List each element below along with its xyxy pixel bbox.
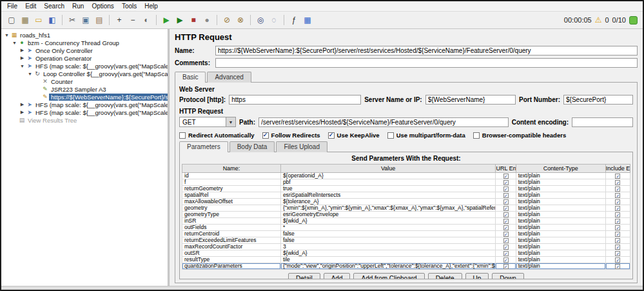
url-encode-cell[interactable]: ✓ xyxy=(496,186,516,192)
tree-item-hfs-map-scale-b[interactable]: ▶➤HFS (map scale: ${__groovy(vars.get("M… xyxy=(1,101,168,108)
param-value-cell[interactable]: true xyxy=(280,186,496,192)
warning-icon[interactable]: ⚠ xyxy=(595,15,602,25)
path-input[interactable] xyxy=(259,117,509,127)
param-value-cell[interactable]: {"xmin":${xmin_A},"ymin":${ymin_A},"xmax… xyxy=(280,205,496,212)
content-type-cell[interactable]: text/plain xyxy=(516,244,605,250)
tree-item-hfs-map-scale-c[interactable]: ▶➤HFS (map scale: ${__groovy(vars.get("M… xyxy=(1,108,168,116)
url-encode-cell[interactable]: ✓ xyxy=(496,263,516,270)
button-add[interactable]: Add xyxy=(324,273,351,279)
param-value-cell[interactable]: esriGeometryEnvelope xyxy=(280,212,496,218)
tree-item-concurrency-thread-group[interactable]: ▼●bzm - Concurrency Thread Group xyxy=(1,39,168,46)
param-row-outfields[interactable]: outFields*✓text/plain✓ xyxy=(182,225,630,231)
include-equals-cell[interactable]: ✓ xyxy=(605,225,630,231)
menu-help[interactable]: Help xyxy=(141,2,162,10)
content-type-cell[interactable]: text/plain xyxy=(516,257,605,263)
content-type-cell[interactable]: text/plain xyxy=(516,225,605,231)
start-icon[interactable]: ▶ xyxy=(160,14,173,26)
content-type-cell[interactable]: text/plain xyxy=(516,237,605,244)
expand-expander-icon[interactable]: ▶ xyxy=(19,48,26,53)
include-equals-cell[interactable]: ✓ xyxy=(605,205,630,212)
collapse-expander-icon[interactable]: ▼ xyxy=(3,33,10,37)
content-type-cell[interactable]: text/plain xyxy=(516,218,605,225)
param-name-cell[interactable]: returnExceededLimitFeatures xyxy=(182,237,281,244)
include-equals-cell[interactable]: ✓ xyxy=(605,263,630,270)
include-equals-cell[interactable]: ✓ xyxy=(605,173,630,179)
checkbox-browser-compatible-headers[interactable]: Browser-compatible headers xyxy=(473,132,566,139)
include-equals-cell[interactable]: ✓ xyxy=(605,218,630,225)
param-value-cell[interactable]: pbf xyxy=(280,179,496,186)
param-name-cell[interactable]: f xyxy=(182,179,281,186)
param-row-outsr[interactable]: outSR${wkid_A}✓text/plain✓ xyxy=(182,250,630,257)
param-row-spatialrel[interactable]: spatialRelesriSpatialRelIntersects✓text/… xyxy=(182,192,630,199)
button-delete[interactable]: Delete xyxy=(428,273,462,279)
clear-icon[interactable]: ⊘ xyxy=(220,14,233,26)
tab-body-data[interactable]: Body Data xyxy=(229,141,275,152)
param-name-cell[interactable]: quantizationParameters xyxy=(182,263,281,270)
param-name-cell[interactable]: spatialRel xyxy=(182,192,281,199)
button-down[interactable]: Down xyxy=(492,273,524,279)
url-encode-cell[interactable]: ✓ xyxy=(496,192,516,199)
save-icon[interactable]: ◧ xyxy=(46,14,59,26)
checkbox-redirect-automatically[interactable]: Redirect Automatically xyxy=(179,132,255,139)
content-type-cell[interactable]: text/plain xyxy=(516,212,605,218)
url-encode-cell[interactable]: ✓ xyxy=(496,225,516,231)
include-equals-cell[interactable]: ✓ xyxy=(605,257,630,263)
param-row-insr[interactable]: inSR${wkid_A}✓text/plain✓ xyxy=(182,218,630,225)
param-value-cell[interactable]: ${tolerance_A} xyxy=(280,199,496,205)
menu-options[interactable]: Options xyxy=(88,2,117,10)
shutdown-icon[interactable]: ● xyxy=(200,14,213,26)
cut-icon[interactable]: ✂ xyxy=(66,14,79,26)
param-value-cell[interactable]: false xyxy=(280,231,496,237)
param-row-maxrecordcountfactor[interactable]: maxRecordCountFactor3✓text/plain✓ xyxy=(182,244,630,250)
tree-item-hfs-map-scale-a[interactable]: ▼➤HFS (map scale: ${__groovy(vars.get("M… xyxy=(1,62,168,70)
param-value-cell[interactable]: false xyxy=(280,237,496,244)
checkbox-use-multipart-form-data[interactable]: Use multipart/form-data xyxy=(387,132,465,139)
url-encode-cell[interactable]: ✓ xyxy=(496,205,516,212)
include-equals-cell[interactable]: ✓ xyxy=(605,237,630,244)
method-select[interactable]: GET ▼ xyxy=(179,117,236,127)
tree-item-operation-generator[interactable]: ▶➤Operation Generator xyxy=(1,54,168,62)
tree-item-view-results-tree[interactable]: ▤View Results Tree xyxy=(1,116,168,124)
content-type-cell[interactable]: text/plain xyxy=(516,186,605,192)
content-type-cell[interactable]: text/plain xyxy=(516,173,605,179)
param-name-cell[interactable]: returnCentroid xyxy=(182,231,281,237)
tab-files-upload[interactable]: Files Upload xyxy=(276,141,327,152)
checkbox-use-keepalive[interactable]: ✓Use KeepAlive xyxy=(328,132,380,139)
param-row-f[interactable]: fpbf✓text/plain✓ xyxy=(182,179,630,186)
content-type-cell[interactable]: text/plain xyxy=(516,250,605,257)
expand-expander-icon[interactable]: ▶ xyxy=(19,55,26,61)
param-row-returnexceededlimitfeatures[interactable]: returnExceededLimitFeaturesfalse✓text/pl… xyxy=(182,237,630,244)
open-file-icon[interactable]: ▭ xyxy=(32,14,45,26)
param-row-returncentroid[interactable]: returnCentroidfalse✓text/plain✓ xyxy=(182,231,630,237)
tab-basic[interactable]: Basic xyxy=(175,72,206,83)
copy-icon[interactable]: ▣ xyxy=(79,14,92,26)
tab-advanced[interactable]: Advanced xyxy=(207,72,251,83)
expand-expander-icon[interactable]: ▶ xyxy=(19,110,26,115)
param-value-cell[interactable]: esriSpatialRelIntersects xyxy=(280,192,496,199)
comments-input[interactable] xyxy=(215,58,638,68)
tree-item-test-plan[interactable]: ▼▦roads_hfs1 xyxy=(1,31,168,39)
param-name-cell[interactable]: maxRecordCountFactor xyxy=(182,244,281,250)
menu-edit[interactable]: Edit xyxy=(21,2,40,10)
param-row-resulttype[interactable]: resultTypetile✓text/plain✓ xyxy=(182,257,630,263)
include-equals-cell[interactable]: ✓ xyxy=(605,186,630,192)
param-value-cell[interactable]: * xyxy=(280,225,496,231)
url-encode-cell[interactable]: ✓ xyxy=(496,218,516,225)
param-row-geometrytype[interactable]: geometryTypeesriGeometryEnvelope✓text/pl… xyxy=(182,212,630,218)
param-name-cell[interactable]: id xyxy=(182,173,281,179)
param-name-cell[interactable]: returnGeometry xyxy=(182,186,281,192)
reset-search-icon[interactable]: ◌ xyxy=(268,14,280,26)
tree-item-http-request-sampler[interactable]: ✎https://${WebServerName}:${SecurePort}/… xyxy=(1,93,168,101)
param-row-id[interactable]: id${operationid_A}✓text/plain✓ xyxy=(182,173,630,179)
menu-search[interactable]: Search xyxy=(40,2,68,10)
param-value-cell[interactable]: tile xyxy=(280,257,496,263)
collapse-expander-icon[interactable]: ▼ xyxy=(19,64,26,68)
url-encode-cell[interactable]: ✓ xyxy=(496,244,516,250)
new-file-icon[interactable]: ▢ xyxy=(5,14,18,26)
param-value-cell[interactable]: ${operationid_A} xyxy=(280,173,496,179)
collapse-all-icon[interactable]: − xyxy=(126,14,139,26)
param-value-cell[interactable]: ${wkid_A} xyxy=(280,250,496,257)
param-name-cell[interactable]: outFields xyxy=(182,225,281,231)
param-row-quantizationparameters[interactable]: quantizationParameters{"mode":"view","or… xyxy=(182,263,630,270)
menu-run[interactable]: Run xyxy=(68,2,88,10)
